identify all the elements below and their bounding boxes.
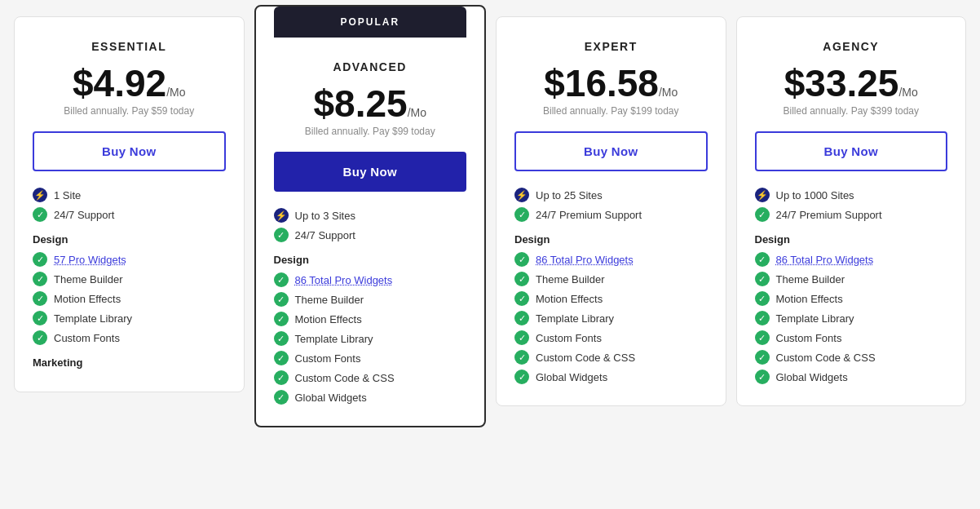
design-features-list: ✓ 86 Total Pro Widgets ✓ Theme Builder ✓… xyxy=(755,252,948,384)
billing-info-agency: Billed annually. Pay $399 today xyxy=(755,105,948,117)
feature-item: ✓ Theme Builder xyxy=(755,272,948,286)
feature-item: ✓ Theme Builder xyxy=(514,272,708,286)
feature-item: ✓ 86 Total Pro Widgets xyxy=(755,252,948,267)
feature-text: Template Library xyxy=(295,333,373,345)
plan-card-agency: AGENCY $33.25/Mo Billed annually. Pay $3… xyxy=(736,16,967,406)
plan-price-advanced: $8.25/Mo xyxy=(274,85,467,122)
check-icon: ✓ xyxy=(514,350,529,365)
check-icon: ✓ xyxy=(274,272,289,287)
feature-link[interactable]: 86 Total Pro Widgets xyxy=(295,274,393,286)
check-icon: ✓ xyxy=(33,311,47,325)
feature-text: Theme Builder xyxy=(776,273,845,285)
feature-item: ✓ Motion Effects xyxy=(33,291,226,306)
feature-item: ✓ Custom Fonts xyxy=(514,330,708,345)
plan-card-expert: EXPERT $16.58/Mo Billed annually. Pay $1… xyxy=(496,16,726,406)
buy-button-expert[interactable]: Buy Now xyxy=(514,131,708,171)
feature-item: ✓ Custom Code & CSS xyxy=(514,350,708,365)
check-icon: ✓ xyxy=(274,228,289,242)
feature-text: Theme Builder xyxy=(295,294,364,306)
feature-text: Custom Fonts xyxy=(295,352,361,365)
plan-price-essential: $4.92/Mo xyxy=(33,64,226,102)
plan-name-essential: ESSENTIAL xyxy=(33,40,226,53)
feature-text: Template Library xyxy=(54,312,132,325)
sites-feature: ⚡ Up to 3 Sites xyxy=(274,208,467,223)
price-amount: $33.25 xyxy=(784,62,899,104)
popular-badge: POPULAR xyxy=(274,7,467,38)
feature-item: ✓ Motion Effects xyxy=(755,291,948,306)
feature-text: Global Widgets xyxy=(295,392,367,404)
feature-link[interactable]: 86 Total Pro Widgets xyxy=(776,254,874,266)
bolt-icon: ⚡ xyxy=(514,188,529,202)
price-period: /Mo xyxy=(166,86,185,99)
design-section-label: Design xyxy=(274,254,467,266)
feature-item: ✓ Motion Effects xyxy=(274,312,467,326)
feature-item: ✓ Global Widgets xyxy=(274,390,467,405)
support-feature: ✓ 24/7 Support xyxy=(274,228,467,242)
feature-item: ✓ Custom Fonts xyxy=(755,330,948,345)
feature-item: ✓ Global Widgets xyxy=(755,370,948,384)
feature-text: Global Widgets xyxy=(536,371,607,383)
check-icon: ✓ xyxy=(514,311,529,325)
feature-text: Theme Builder xyxy=(536,273,605,285)
feature-text: Custom Fonts xyxy=(776,332,842,344)
sites-text: Up to 25 Sites xyxy=(536,189,603,201)
feature-text: Theme Builder xyxy=(54,273,123,285)
design-features-list: ✓ 57 Pro Widgets ✓ Theme Builder ✓ Motio… xyxy=(33,252,226,345)
plan-card-essential: ESSENTIAL $4.92/Mo Billed annually. Pay … xyxy=(14,16,245,392)
feature-text: Motion Effects xyxy=(54,293,121,305)
feature-text: Custom Code & CSS xyxy=(536,352,635,364)
feature-text: Template Library xyxy=(536,312,614,325)
price-period: /Mo xyxy=(659,86,678,99)
sites-text: Up to 1000 Sites xyxy=(776,189,854,201)
feature-item: ✓ Template Library xyxy=(33,311,226,325)
check-icon: ✓ xyxy=(755,370,770,384)
bolt-icon: ⚡ xyxy=(33,188,47,202)
bolt-icon: ⚡ xyxy=(755,188,770,202)
support-feature: ✓ 24/7 Premium Support xyxy=(514,207,708,222)
plan-name-expert: EXPERT xyxy=(514,40,708,53)
buy-button-advanced[interactable]: Buy Now xyxy=(274,152,467,192)
check-icon: ✓ xyxy=(755,252,770,267)
check-icon: ✓ xyxy=(514,207,529,222)
feature-item: ✓ 57 Pro Widgets xyxy=(33,252,226,267)
buy-button-agency[interactable]: Buy Now xyxy=(755,131,948,171)
support-text: 24/7 Support xyxy=(54,209,114,221)
feature-item: ✓ Custom Code & CSS xyxy=(274,370,467,385)
design-section-label: Design xyxy=(755,233,948,246)
sites-feature: ⚡ Up to 25 Sites xyxy=(514,188,708,202)
price-amount: $4.92 xyxy=(73,62,166,104)
check-icon: ✓ xyxy=(274,331,289,346)
feature-item: ✓ Global Widgets xyxy=(514,370,708,384)
check-icon: ✓ xyxy=(33,330,47,345)
feature-text: Global Widgets xyxy=(776,371,848,383)
feature-text: Motion Effects xyxy=(295,313,362,325)
check-icon: ✓ xyxy=(755,272,770,286)
feature-link[interactable]: 57 Pro Widgets xyxy=(54,254,126,266)
check-icon: ✓ xyxy=(274,370,289,385)
check-icon: ✓ xyxy=(274,292,289,307)
feature-text: Custom Fonts xyxy=(536,332,602,344)
check-icon: ✓ xyxy=(33,291,47,306)
support-text: 24/7 Premium Support xyxy=(536,209,642,221)
billing-info-expert: Billed annually. Pay $199 today xyxy=(514,105,708,117)
feature-item: ✓ Theme Builder xyxy=(33,272,226,286)
support-text: 24/7 Support xyxy=(295,229,355,241)
check-icon: ✓ xyxy=(274,312,289,326)
pricing-container: ESSENTIAL $4.92/Mo Billed annually. Pay … xyxy=(9,16,971,427)
check-icon: ✓ xyxy=(514,252,529,267)
billing-info-advanced: Billed annually. Pay $99 today xyxy=(274,126,467,137)
feature-item: ✓ Theme Builder xyxy=(274,292,467,307)
feature-text: Motion Effects xyxy=(536,293,603,305)
feature-link[interactable]: 86 Total Pro Widgets xyxy=(536,254,633,266)
sites-text: 1 Site xyxy=(54,189,81,201)
buy-button-essential[interactable]: Buy Now xyxy=(33,131,226,171)
check-icon: ✓ xyxy=(755,311,770,325)
feature-text: Template Library xyxy=(776,312,854,325)
check-icon: ✓ xyxy=(33,272,47,286)
feature-text: Custom Code & CSS xyxy=(776,352,876,364)
price-period: /Mo xyxy=(408,106,426,119)
design-section-label: Design xyxy=(514,233,708,246)
plan-price-agency: $33.25/Mo xyxy=(755,64,948,102)
design-features-list: ✓ 86 Total Pro Widgets ✓ Theme Builder ✓… xyxy=(514,252,708,384)
price-period: /Mo xyxy=(898,86,917,99)
